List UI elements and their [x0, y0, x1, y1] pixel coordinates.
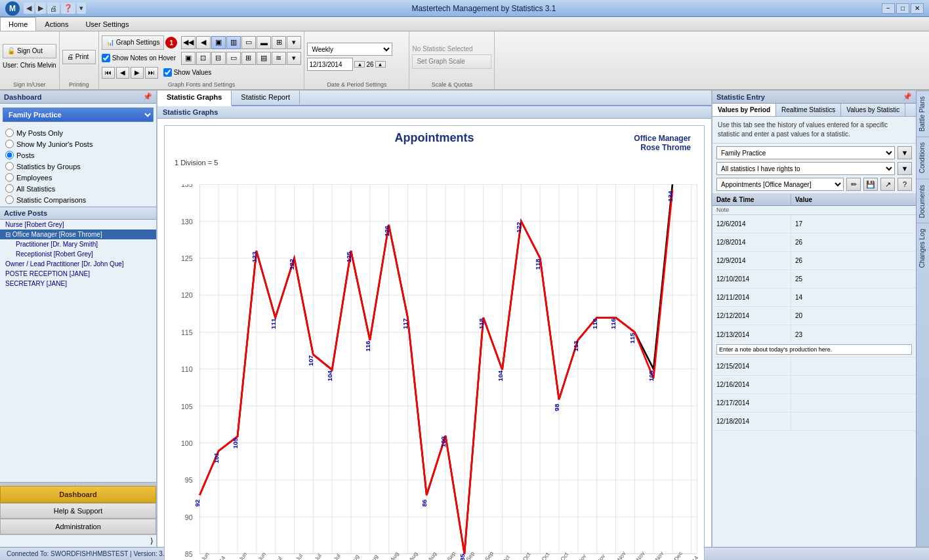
post-secretary-jane[interactable]: SECRETARY [JANE]: [0, 279, 156, 289]
graph-type2-5[interactable]: ⊞: [241, 52, 256, 65]
sidebar-item-all-statistics[interactable]: All Statistics: [0, 183, 156, 194]
menu-user-settings[interactable]: User Settings: [77, 17, 137, 31]
graph-nav-first[interactable]: ◀◀: [181, 36, 196, 49]
graph-type2-2[interactable]: ⊡: [196, 52, 211, 65]
graph-type-more[interactable]: ▾: [287, 36, 301, 49]
print-button[interactable]: 🖨 Print: [62, 50, 96, 64]
nav-more-btn[interactable]: ▾: [77, 3, 86, 14]
nav-back-btn[interactable]: ◀: [24, 3, 34, 14]
entry-date-5: 12/11/2014: [712, 289, 791, 306]
date-input[interactable]: [307, 58, 353, 71]
vtab-conditions[interactable]: Conditions: [917, 136, 929, 178]
right-access-arrow[interactable]: ▼: [898, 162, 912, 175]
right-save-btn[interactable]: 💾: [863, 178, 878, 191]
value-table[interactable]: 12/6/2014 17 12/8/2014 26 12/9/2014 26 1…: [712, 215, 916, 547]
right-panel-pin-icon[interactable]: 📌: [903, 92, 912, 101]
radio-posts[interactable]: [5, 151, 14, 159]
right-edit-btn[interactable]: ✏: [846, 178, 861, 191]
maximize-btn[interactable]: □: [896, 3, 909, 14]
nav-end-btn[interactable]: ⏭: [145, 67, 158, 79]
right-dropdown-arrow[interactable]: ▼: [898, 146, 912, 159]
radio-comparisons[interactable]: [5, 195, 14, 204]
nav-start-btn[interactable]: ⏮: [102, 67, 115, 79]
svg-text:116: 116: [364, 340, 371, 351]
graph-type-line2[interactable]: ▬: [257, 36, 271, 49]
nav-print-btn[interactable]: 🖨: [47, 3, 60, 14]
right-statistic-select[interactable]: Appointments [Office Manager]: [716, 178, 844, 191]
sidebar-item-posts[interactable]: Posts: [0, 150, 156, 161]
sidebar-item-comparisons[interactable]: Statistic Comparisons: [0, 194, 156, 205]
radio-my-posts-only[interactable]: [5, 129, 14, 137]
right-group-select[interactable]: Family Practice: [716, 146, 895, 159]
show-values-label[interactable]: Show Values: [163, 68, 212, 77]
post-owner-john-que[interactable]: Owner / Lead Practitioner [Dr. John Que]: [0, 259, 156, 269]
period-select[interactable]: Weekly Daily Monthly: [307, 43, 392, 56]
window-controls[interactable]: − □ ✕: [882, 3, 924, 14]
post-receptionist-robert-grey[interactable]: Receptionist [Robert Grey]: [0, 249, 156, 259]
close-btn[interactable]: ✕: [911, 3, 924, 14]
nav-prev-btn[interactable]: ◀: [116, 67, 129, 79]
nav-help-btn[interactable]: ❓: [61, 3, 75, 14]
radio-all-stats[interactable]: [5, 184, 14, 193]
sidebar-collapse-btn[interactable]: ⟩: [150, 536, 154, 546]
right-help-btn[interactable]: ?: [898, 178, 912, 191]
sidebar-item-my-posts-only[interactable]: My Posts Only: [0, 127, 156, 138]
graph-type-line1[interactable]: ▭: [241, 36, 256, 49]
sidebar-item-statistics-groups[interactable]: Statistics by Groups: [0, 161, 156, 172]
radio-employees[interactable]: [5, 173, 14, 182]
sidebar-item-show-juniors[interactable]: Show My Junior's Posts: [0, 138, 156, 150]
chart-area: Appointments Office Manager Rose Throme …: [164, 125, 705, 560]
minimize-btn[interactable]: −: [882, 3, 895, 14]
post-office-manager-rose-throme[interactable]: ⊟ Office Manager [Rose Throme]: [0, 230, 156, 239]
graph-type2-8[interactable]: ▾: [287, 52, 301, 65]
graph-type-bar1[interactable]: ▣: [211, 36, 226, 49]
graph-type-bar2[interactable]: ▥: [226, 36, 241, 49]
menu-home[interactable]: Home: [0, 17, 36, 31]
dashboard-button[interactable]: Dashboard: [0, 486, 156, 503]
right-tab-realtime[interactable]: Realtime Statistics: [776, 104, 841, 116]
radio-show-juniors[interactable]: [5, 140, 14, 148]
right-access-select[interactable]: All statistics I have rights to: [716, 162, 895, 175]
group-dropdown[interactable]: Family Practice: [3, 108, 154, 122]
right-nav-btn[interactable]: ↗: [880, 178, 895, 191]
graph-type-area[interactable]: ⊞: [272, 36, 286, 49]
tab-statistic-report[interactable]: Statistic Report: [232, 90, 300, 105]
sign-out-button[interactable]: 🔓 Sign Out: [3, 44, 56, 58]
graph-type2-1[interactable]: ▣: [181, 52, 196, 65]
radio-stats-groups[interactable]: [5, 162, 14, 170]
nav-fwd-btn[interactable]: ▶: [35, 3, 46, 14]
vtab-documents[interactable]: Documents: [917, 179, 929, 224]
post-practitioner-mary-smith[interactable]: Practitioner [Dr. Mary Smith]: [0, 239, 156, 249]
graph-type2-7[interactable]: ≋: [272, 52, 286, 65]
signin-section-label: Sign In/User: [3, 80, 56, 88]
post-nurse-robert-grey[interactable]: Nurse [Robert Grey]: [0, 220, 156, 230]
date-spin-up[interactable]: ▲: [354, 61, 365, 68]
nav-next-btn[interactable]: ▶: [131, 67, 144, 79]
vtab-battle-plans[interactable]: Battle Plans: [917, 90, 929, 136]
show-values-checkbox[interactable]: [163, 68, 172, 77]
graph-type2-6[interactable]: ▤: [257, 52, 271, 65]
post-reception-jane[interactable]: POSTE RECEPTION [JANE]: [0, 269, 156, 279]
set-graph-scale-button[interactable]: Set Graph Scale: [412, 54, 491, 69]
note-input-7[interactable]: [716, 344, 912, 355]
help-support-button[interactable]: Help & Support: [0, 503, 156, 519]
menu-actions[interactable]: Actions: [36, 17, 77, 31]
titlebar-nav[interactable]: ◀ ▶ 🖨 ❓ ▾: [24, 3, 86, 14]
graph-settings-button[interactable]: 📊 Graph Settings: [102, 35, 165, 50]
tab-statistic-graphs[interactable]: Statistic Graphs: [157, 90, 232, 106]
graph-type2-4[interactable]: ▭: [226, 52, 241, 65]
sidebar-item-employees[interactable]: Employees: [0, 172, 156, 183]
show-notes-checkbox[interactable]: [102, 54, 110, 62]
entry-date-8: 12/15/2014: [712, 357, 791, 375]
period-spin-up[interactable]: ▲: [375, 61, 386, 68]
table-row: 12/12/2014 20: [712, 307, 916, 325]
graph-nav-prev2[interactable]: ◀: [196, 36, 211, 49]
right-tab-values-statistic[interactable]: Values by Statistic: [841, 104, 905, 116]
administration-button[interactable]: Administration: [0, 519, 156, 534]
sidebar: Dashboard 📌 Family Practice My Posts Onl…: [0, 90, 157, 547]
sidebar-pin-icon[interactable]: 📌: [143, 92, 152, 101]
show-notes-label[interactable]: Show Notes on Hover: [102, 54, 176, 62]
right-tab-values-period[interactable]: Values by Period: [712, 104, 776, 116]
vtab-changes-log[interactable]: Changes Log: [917, 223, 929, 273]
graph-type2-3[interactable]: ⊟: [211, 52, 226, 65]
